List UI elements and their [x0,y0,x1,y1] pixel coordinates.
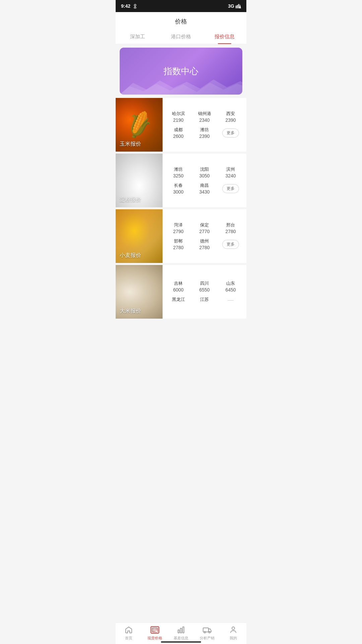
price-item: 菏泽 2790 [165,220,191,236]
price-item: 保定 2770 [191,220,218,236]
svg-rect-2 [236,6,237,8]
price-value: 3430 [193,189,216,195]
tab-bar: 深加工 港口价格 报价信息 [116,30,246,44]
city-name: 潍坊 [167,166,190,172]
price-item: 沈阳 3050 [191,164,218,180]
wheat-more-button[interactable]: 更多 [222,240,239,249]
city-name: 四川 [193,280,216,286]
corn-image: 玉米报价 [116,98,163,152]
city-name: 江苏 [193,297,216,303]
price-item: 江苏 [191,294,218,306]
price-item: 邯郸 2780 [165,236,191,252]
nav-mine[interactable]: 我的 [220,626,246,641]
price-value: 2190 [167,117,190,123]
city-name: 锦州港 [193,111,216,117]
rice-price-card: 大米报价 吉林 6000 四川 6550 山东 6450 黑龙江 江苏 [116,265,246,319]
status-network: 3G [228,3,234,9]
banner-decoration [120,78,242,95]
city-name: 沈阳 [193,166,216,172]
price-value: 2780 [193,245,216,250]
svg-point-19 [209,632,210,633]
nav-spot-price[interactable]: 现货价格 [142,626,168,641]
city-name: 哈尔滨 [167,111,190,117]
index-center-banner[interactable]: 指数中心 [120,48,242,95]
price-item: 德州 2780 [191,236,218,252]
price-value: 2780 [219,229,242,234]
city-name: 邯郸 [167,238,190,244]
tab-quote-info[interactable]: 报价信息 [203,30,246,44]
price-item: 邢台 2780 [218,220,244,236]
more-cell: 更多 [218,236,244,252]
price-value: 2780 [167,245,190,250]
price-item: 长春 3000 [165,180,191,197]
price-value: 3250 [167,173,190,178]
starch-price-card: 淀粉报价 潍坊 3250 沈阳 3050 滨州 3240 长春 3000 南昌 … [116,154,246,207]
corn-label: 玉米报价 [120,141,141,148]
city-name: 西安 [219,111,242,117]
city-name: 潍坊 [193,127,216,133]
price-item: 哈尔滨 2190 [165,109,191,125]
price-item: 黑龙江 [165,294,191,306]
tab-port-price[interactable]: 港口价格 [159,30,203,44]
wheat-prices: 菏泽 2790 保定 2770 邢台 2780 邯郸 2780 德州 2780 … [163,209,246,263]
rice-prices: 吉林 6000 四川 6550 山东 6450 黑龙江 江苏 — [163,265,246,319]
svg-point-18 [204,632,206,633]
truck-icon [203,626,212,634]
nav-home[interactable]: 首页 [116,626,142,641]
city-name: 黑龙江 [167,297,190,303]
price-value: 2770 [193,229,216,234]
starch-image: 淀粉报价 [116,154,163,207]
more-cell: 更多 [218,180,244,197]
main-content: 指数中心 玉米报价 哈尔滨 2190 锦州港 2340 西安 2390 成都 [116,48,246,342]
home-indicator [161,641,201,643]
starch-label: 淀粉报价 [120,196,141,203]
price-item: 西安 2390 [218,109,244,125]
more-cell: 更多 [218,125,244,141]
home-icon [124,626,133,634]
status-bar: 9:42 3G [116,0,246,12]
price-value: 6450 [219,287,242,292]
nav-home-label: 首页 [125,636,132,641]
wheat-label: 小麦报价 [120,252,141,259]
price-value: 3000 [167,189,190,195]
wheat-price-card: 小麦报价 菏泽 2790 保定 2770 邢台 2780 邯郸 2780 德州 … [116,209,246,263]
price-value: 3240 [219,173,242,178]
price-table-icon [150,626,159,634]
price-value: 2790 [167,229,190,234]
nav-spot-price-label: 现货价格 [147,636,162,641]
page-title: 价格 [116,17,246,25]
page-header: 价格 深加工 港口价格 报价信息 [116,12,246,44]
corn-prices: 哈尔滨 2190 锦州港 2340 西安 2390 成都 2600 潍坊 239… [163,98,246,152]
svg-rect-16 [183,627,184,633]
person-icon [229,626,238,634]
rice-image: 大米报价 [116,265,163,319]
price-value: 6000 [167,287,190,292]
chart-icon [177,626,185,634]
city-name: 邢台 [219,222,242,228]
price-value: 2600 [167,133,190,139]
price-value: 3050 [193,173,216,178]
city-name: 长春 [167,182,190,189]
svg-rect-17 [203,628,208,632]
signal-icon [236,4,241,8]
city-name: 滨州 [219,166,242,172]
tab-deep-processing[interactable]: 深加工 [116,30,159,44]
price-value: 2340 [193,117,216,123]
nav-basis-info[interactable]: 基差信息 [168,626,194,641]
nav-analysis[interactable]: 分析产销 [194,626,220,641]
svg-marker-1 [239,4,241,8]
corn-more-button[interactable]: 更多 [222,128,239,138]
starch-more-button[interactable]: 更多 [222,184,239,193]
city-name: 德州 [193,238,216,244]
price-item: 南昌 3430 [191,180,218,197]
nav-mine-label: 我的 [230,636,237,641]
city-name: 吉林 [167,280,190,286]
nav-analysis-label: 分析产销 [200,636,215,641]
svg-rect-3 [237,5,238,8]
banner-title: 指数中心 [164,65,198,77]
corn-price-card: 玉米报价 哈尔滨 2190 锦州港 2340 西安 2390 成都 2600 潍… [116,98,246,152]
bottom-nav: 首页 现货价格 [116,623,246,644]
location-icon [132,3,138,9]
city-name: 成都 [167,127,190,133]
svg-rect-14 [178,630,179,633]
